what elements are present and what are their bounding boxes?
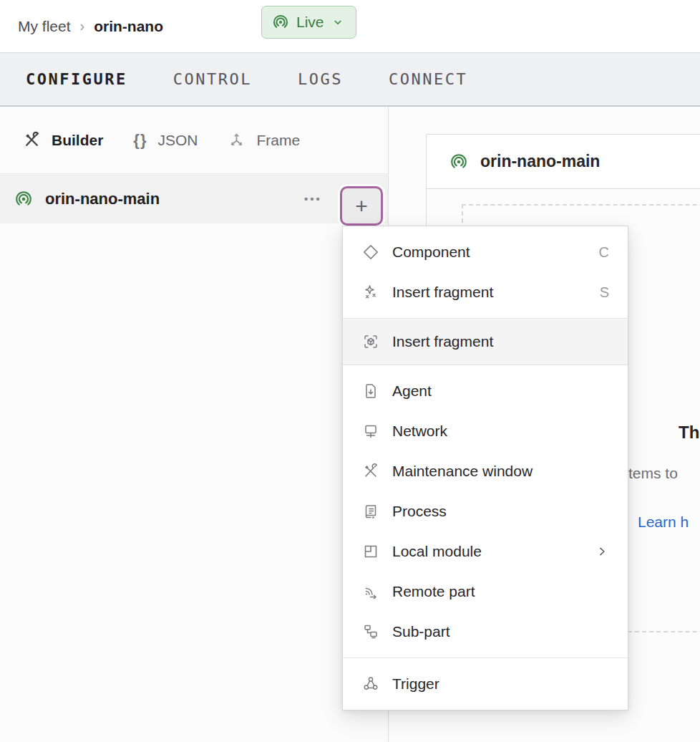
braces-icon: {} (133, 131, 147, 150)
add-item-menu: Component C Insert fragment S (342, 226, 628, 710)
breadcrumb: My fleet › orin-nano Live (0, 0, 700, 52)
configure-page: My fleet › orin-nano Live CONFIGURE CONT… (0, 0, 700, 742)
component-diamond-icon (361, 244, 380, 261)
card-broadcast-icon (449, 153, 468, 171)
shortcut-key: S (600, 284, 609, 301)
tab-configure[interactable]: CONFIGURE (26, 70, 127, 88)
menu-group-machine-items: Agent Network (343, 365, 628, 657)
empty-state-heading-fragment: Th (679, 423, 699, 443)
machine-tabbar: CONFIGURE CONTROL LOGS CONNECT (0, 52, 700, 107)
menu-group-trigger: Trigger (343, 657, 628, 710)
submenu-chevron-right-icon (595, 544, 609, 559)
viewtab-json[interactable]: {} JSON (133, 131, 198, 150)
network-monitor-icon (361, 423, 380, 440)
part-card[interactable]: orin-nano-main (426, 134, 700, 189)
viewtab-json-label: JSON (157, 132, 198, 149)
agent-file-download-icon (361, 382, 380, 400)
breadcrumb-separator: › (80, 18, 85, 34)
live-status-label: Live (296, 14, 324, 31)
shortcut-key: C (599, 244, 609, 261)
menu-item-agent[interactable]: Agent (343, 371, 628, 411)
viewtab-frame-label: Frame (256, 132, 300, 149)
sub-part-nodes-icon (361, 623, 380, 640)
frame-axes-icon (228, 131, 246, 149)
tab-connect[interactable]: CONNECT (389, 70, 467, 88)
viewtab-builder[interactable]: Builder (23, 131, 103, 149)
view-mode-tabs: Builder {} JSON Frame (0, 107, 388, 174)
viewtab-frame[interactable]: Frame (228, 131, 300, 149)
menu-item-component[interactable]: Component C (343, 232, 628, 272)
live-status-dropdown[interactable]: Live (261, 6, 356, 39)
tab-logs[interactable]: LOGS (298, 70, 343, 88)
part-broadcast-icon (14, 190, 33, 208)
menu-item-sub-part[interactable]: Sub-part (343, 612, 628, 652)
menu-item-trigger[interactable]: Trigger (343, 664, 628, 704)
learn-link-fragment[interactable]: Learn h (638, 514, 689, 531)
broadcast-icon (272, 14, 289, 31)
menu-group-fragment: Insert fragment (343, 318, 628, 365)
process-script-icon (361, 503, 380, 520)
menu-item-remote-part[interactable]: Remote part (343, 572, 628, 612)
menu-item-local-module[interactable]: Local module (343, 531, 628, 572)
local-module-icon (361, 543, 380, 560)
trigger-trefoil-icon (361, 675, 380, 693)
config-sidebar: Builder {} JSON Frame (0, 107, 389, 742)
menu-item-service[interactable]: Insert fragment S (343, 272, 628, 312)
tab-control[interactable]: CONTROL (173, 70, 252, 88)
tools-icon (23, 131, 41, 149)
breadcrumb-fleet-link[interactable]: My fleet (18, 18, 71, 35)
chevron-down-icon (331, 16, 344, 29)
tree-connector-line (426, 189, 427, 229)
fragment-cube-icon (361, 333, 380, 350)
menu-item-process[interactable]: Process (343, 491, 628, 531)
viewtab-builder-label: Builder (52, 132, 103, 149)
part-more-button[interactable]: ••• (304, 174, 322, 223)
menu-item-maintenance-window[interactable]: Maintenance window (343, 451, 628, 491)
part-row-orin-nano-main[interactable]: orin-nano-main ••• (0, 174, 388, 223)
menu-item-network[interactable]: Network (343, 411, 628, 451)
breadcrumb-machine-name: orin-nano (94, 18, 163, 35)
menu-item-insert-fragment[interactable]: Insert fragment (343, 319, 628, 365)
add-item-button[interactable]: + (340, 186, 383, 226)
part-card-title: orin-nano-main (480, 152, 600, 171)
maintenance-tools-icon (361, 463, 380, 480)
service-sparkles-icon (361, 284, 380, 301)
part-name-label: orin-nano-main (45, 190, 160, 208)
remote-signal-icon (361, 583, 380, 600)
menu-group-create: Component C Insert fragment S (343, 226, 628, 318)
empty-state-body-fragment: tems to (628, 465, 678, 482)
